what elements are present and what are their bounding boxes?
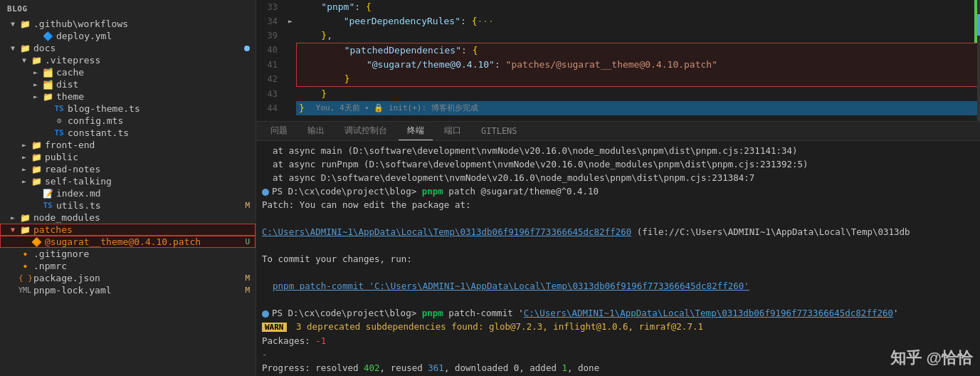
item-label: pnpm-lock.yaml: [33, 285, 112, 296]
untracked-badge: U: [245, 237, 250, 246]
folder-icon: 📁: [19, 43, 31, 53]
code-line-33: 33 "pnpm": {: [256, 0, 980, 14]
modified-dot: [244, 46, 250, 51]
terminal-line: To commit your changes, run:: [262, 252, 974, 266]
tab-problems[interactable]: 问题: [262, 122, 296, 140]
item-label: .gitignore: [33, 249, 89, 259]
item-label: cache: [56, 67, 84, 78]
sidebar-item-gitignore[interactable]: 🔸 .gitignore: [0, 248, 255, 260]
sidebar-item-config-mts[interactable]: ⚙️ config.mts: [0, 115, 255, 127]
terminal-line: [262, 239, 974, 252]
item-label: utils.ts: [56, 200, 101, 211]
arrow-icon: ▼: [7, 20, 19, 28]
item-label: config.mts: [68, 115, 123, 126]
sidebar-item-index-md[interactable]: 📝 index.md: [0, 187, 255, 199]
item-label: public: [45, 152, 78, 162]
item-label: read-notes: [45, 164, 100, 174]
code-line-42: 42 }: [256, 72, 980, 87]
item-label: node_modules: [33, 212, 100, 223]
tab-gitlens[interactable]: GITLENS: [473, 123, 526, 140]
sidebar-item-node-modules[interactable]: ► 📁 node_modules: [0, 212, 255, 224]
item-label: constant.ts: [68, 127, 129, 138]
item-label: front-end: [45, 140, 95, 150]
terminal-prompt2: PS D:\cx\code\project\blog> pnpm patch-c…: [262, 306, 974, 320]
code-line-44: 44 } You, 4天前 • 🔒 init(+): 博客初步完成: [256, 101, 980, 115]
arrow-icon: ▼: [7, 44, 19, 52]
modified-badge: M: [245, 273, 250, 283]
sidebar-item-dist[interactable]: ► 🗂️ dist: [0, 78, 255, 90]
json-icon: { }: [19, 273, 31, 283]
tab-terminal[interactable]: 终端: [399, 122, 433, 140]
arrow-icon: ►: [7, 214, 19, 221]
terminal-line: [262, 266, 974, 279]
terminal-line: [262, 293, 974, 306]
folder-img-icon: 🗂️: [41, 80, 54, 90]
item-label: docs: [33, 43, 56, 53]
sidebar-item-deploy-yml[interactable]: 🔷 deploy.yml: [0, 30, 255, 42]
terminal-output[interactable]: at async main (D:\software\development\n…: [256, 141, 980, 376]
sidebar-item-docs[interactable]: ▼ 📁 docs: [0, 42, 255, 54]
code-line-41: 41 "@sugarat/theme@0.4.10": "patches/@su…: [256, 58, 980, 72]
ts-icon: TS: [41, 201, 54, 210]
folder-icon: 📁: [30, 177, 43, 187]
folder-icon: 📁: [19, 213, 31, 223]
code-editor: 33 "pnpm": { 34 ► "peerDependencyRules":…: [256, 0, 980, 121]
sidebar-item-sugarat-patch[interactable]: 🔶 @sugarat__theme@0.4.10.patch U: [0, 236, 255, 248]
item-label: .vitepress: [45, 55, 100, 66]
sidebar-item-vitepress[interactable]: ▼ 📁 .vitepress: [0, 54, 255, 66]
tab-output[interactable]: 输出: [299, 122, 333, 140]
ts-icon: TS: [53, 128, 65, 137]
modified-badge: M: [245, 201, 250, 210]
sidebar-item-pnpm-lock[interactable]: YML pnpm-lock.yaml M: [0, 284, 255, 296]
sidebar-item-blog-theme-ts[interactable]: TS blog-theme.ts: [0, 103, 255, 115]
sidebar-item-utils-ts[interactable]: TS utils.ts M: [0, 199, 255, 212]
arrow-icon: ►: [19, 141, 30, 149]
folder-icon: 📁: [19, 225, 31, 235]
terminal-line: Patch: You can now edit the package at:: [262, 198, 974, 212]
ts-icon: TS: [53, 104, 65, 113]
tab-ports[interactable]: 端口: [436, 122, 470, 140]
terminal-link-line: C:\Users\ADMINI~1\AppData\Local\Temp\031…: [262, 225, 974, 239]
item-label: deploy.yml: [56, 31, 112, 41]
terminal-prompt: PS D:\cx\code\project\blog> pnpm patch @…: [262, 184, 974, 198]
sidebar-item-theme[interactable]: ► 📁 theme: [0, 90, 255, 103]
arrow-icon: ▼: [19, 56, 30, 64]
item-label: package.json: [33, 273, 100, 283]
item-label: .github\workflows: [33, 19, 128, 29]
sidebar-item-package-json[interactable]: { } package.json M: [0, 272, 255, 284]
folder-icon: 📁: [30, 152, 43, 162]
arrow-icon: ▼: [7, 226, 19, 234]
item-label: index.md: [56, 188, 101, 199]
tab-debug-console[interactable]: 调试控制台: [336, 122, 396, 140]
code-line-40: 40 "patchedDependencies": {: [256, 43, 980, 58]
file-icon: 🔸: [19, 261, 31, 271]
arrow-icon: ►: [19, 165, 30, 173]
item-label: dist: [56, 79, 78, 90]
sidebar-item-read-notes[interactable]: ► 📁 read-notes: [0, 163, 255, 175]
sidebar-item-self-talking[interactable]: ► 📁 self-talking: [0, 175, 255, 187]
explorer-header: BLOG: [0, 0, 255, 18]
sidebar-item-front-end[interactable]: ► 📁 front-end: [0, 139, 255, 151]
sidebar-item-patches[interactable]: ▼ 📁 patches: [0, 224, 255, 236]
folder-icon: 📁: [41, 92, 54, 102]
terminal-progress: Progress: resolved 402, reused 361, down…: [262, 361, 974, 375]
item-label: @sugarat__theme@0.4.10.patch: [45, 236, 201, 247]
sidebar-item-public[interactable]: ► 📁 public: [0, 151, 255, 163]
item-label: blog-theme.ts: [68, 103, 140, 114]
terminal-line: at async D:\software\development\nvmNode…: [262, 171, 974, 184]
folder-icon: 📁: [30, 140, 43, 150]
sidebar-item-constant-ts[interactable]: TS constant.ts: [0, 127, 255, 139]
sidebar-item-github-workflows[interactable]: ▼ 📁 .github\workflows: [0, 18, 255, 30]
prompt-dot: [262, 189, 269, 196]
warn-badge: WARN: [262, 323, 287, 332]
modified-badge: M: [245, 286, 250, 295]
sidebar-item-cache[interactable]: ► 🗂️ cache: [0, 66, 255, 78]
terminal-packages: Packages: -1: [262, 334, 974, 348]
sidebar-item-npmrc[interactable]: 🔸 .npmrc: [0, 260, 255, 272]
terminal-tabs: 问题 输出 调试控制台 终端 端口 GITLENS: [256, 121, 980, 141]
config-icon: ⚙️: [53, 116, 65, 125]
arrow-icon: ►: [19, 153, 30, 161]
terminal-dash: -: [262, 348, 974, 361]
terminal-commit-cmd: pnpm patch-commit 'C:\Users\ADMINI~1\App…: [262, 279, 974, 293]
code-line-34: 34 ► "peerDependencyRules": {···: [256, 14, 980, 28]
